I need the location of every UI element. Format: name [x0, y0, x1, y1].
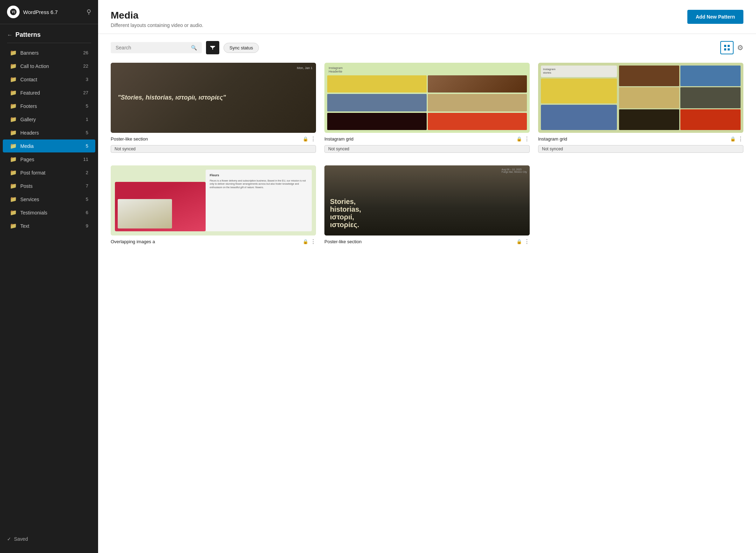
sidebar-item-testimonials[interactable]: 📁 Testimonials 6: [3, 206, 95, 219]
insta-row-3: [327, 113, 527, 130]
insta-cell-red2: [680, 109, 741, 130]
insta-cell-brown: [428, 75, 527, 93]
header-search-icon[interactable]: ⚲: [87, 8, 91, 16]
lock-icon: 🔒: [516, 239, 522, 244]
sidebar-item-pages[interactable]: 📁 Pages 11: [3, 153, 95, 166]
not-synced-badge: Not synced: [111, 145, 316, 153]
insta-row-1: [327, 75, 527, 93]
insta-right-row2: [619, 87, 741, 108]
poster2-layout: Aug 08 – 10, 2025Fuego Bar, Mexico City …: [324, 165, 530, 235]
folder-icon: 📁: [10, 156, 17, 163]
insta-cell-olive: [680, 87, 741, 108]
lock-icon: 🔒: [303, 136, 308, 142]
insta-cell-yellow-2: [541, 78, 617, 104]
folder-icon: 📁: [10, 116, 17, 123]
saved-item[interactable]: ✓ Saved: [0, 532, 98, 546]
back-arrow-icon[interactable]: ←: [7, 32, 13, 38]
insta-grid-layout: InstagramHeaderite: [324, 63, 530, 133]
pattern-name: Overlapping images a: [111, 239, 155, 244]
pattern-card-empty: [538, 165, 743, 245]
insta-cell-blue3: [680, 66, 741, 86]
sidebar-item-label: Contact: [20, 77, 37, 82]
pattern-card: InstagramHeaderite Instag: [324, 63, 530, 153]
overlap-left-image: [115, 182, 206, 231]
grid-view-button[interactable]: [720, 41, 734, 54]
overlap-description: Fleurs is a flower delivery and subscrip…: [210, 179, 308, 189]
sidebar-item-posts[interactable]: 📁 Posts 7: [3, 179, 95, 192]
sidebar-item-post-format[interactable]: 📁 Post format 2: [3, 166, 95, 179]
sidebar-item-footers[interactable]: 📁 Footers 5: [3, 100, 95, 112]
pattern-meta: Instagram grid 🔒 ⋮: [324, 136, 530, 142]
folder-icon: 📁: [10, 143, 17, 149]
pattern-meta-right: 🔒 ⋮: [516, 136, 530, 142]
more-options-icon[interactable]: ⋮: [738, 136, 743, 142]
pattern-preview-insta1[interactable]: InstagramHeaderite: [324, 63, 530, 133]
sidebar-item-label: Banners: [20, 50, 39, 56]
poster2-date: Aug 08 – 10, 2025Fuego Bar, Mexico City: [502, 168, 527, 173]
add-new-pattern-button[interactable]: Add New Pattern: [687, 10, 743, 24]
sidebar-item-label: Services: [20, 197, 39, 202]
svg-rect-1: [728, 45, 730, 47]
insta-cell-brown2: [619, 66, 679, 86]
pattern-preview-insta2[interactable]: Instagramstories: [538, 63, 743, 133]
search-icon: 🔍: [191, 45, 197, 50]
svg-rect-2: [724, 48, 726, 50]
more-options-icon[interactable]: ⋮: [524, 238, 530, 245]
folder-icon: 📁: [10, 223, 17, 229]
more-options-icon[interactable]: ⋮: [310, 238, 316, 245]
lock-icon: 🔒: [303, 239, 308, 244]
insta-header-label: InstagramHeaderite: [327, 66, 527, 74]
insta-label: Instagramstories: [541, 66, 617, 77]
insta-cell-dark: [327, 113, 427, 130]
insta-cell-gray: [327, 94, 427, 111]
wp-version-label: WordPress 6.7: [23, 9, 58, 15]
sidebar-item-contact[interactable]: 📁 Contact 3: [3, 73, 95, 86]
pattern-card: Mon, Jan 1 "Stories, historias, ιστορίι,…: [111, 63, 316, 153]
folder-icon: 📁: [10, 129, 17, 136]
sidebar-item-gallery[interactable]: 📁 Gallery 1: [3, 113, 95, 126]
insta-cell-verydark: [619, 109, 679, 130]
sidebar: WordPress 6.7 ⚲ ← Patterns 📁 Banners 26 …: [0, 0, 98, 553]
insta-right-col: [619, 66, 741, 130]
sync-status-button[interactable]: Sync status: [224, 43, 259, 53]
sidebar-item-count: 26: [83, 50, 88, 55]
sidebar-item-count: 9: [86, 223, 88, 228]
search-input[interactable]: [116, 45, 188, 50]
pattern-preview-overlap[interactable]: Fleurs Fleurs is a flower delivery and s…: [111, 165, 316, 235]
insta-cell-gold: [619, 87, 679, 108]
toolbar: 🔍 Sync status ⚙: [98, 34, 756, 59]
sidebar-item-label: Testimonials: [20, 210, 47, 216]
sidebar-item-count: 2: [86, 170, 88, 175]
pattern-preview-poster2[interactable]: Aug 08 – 10, 2025Fuego Bar, Mexico City …: [324, 165, 530, 235]
sidebar-nav: 📁 Banners 26 📁 Call to Action 22 📁 Conta…: [0, 46, 98, 233]
svg-rect-3: [728, 48, 730, 50]
poster2-text: Stories,historias,ιστοριί,ιστορίες.: [330, 198, 361, 228]
sidebar-item-headers[interactable]: 📁 Headers 5: [3, 126, 95, 139]
settings-button[interactable]: ⚙: [737, 43, 743, 52]
sidebar-item-media[interactable]: 📁 Media 5: [3, 139, 95, 152]
insta-cell-temple: [428, 94, 527, 111]
more-options-icon[interactable]: ⋮: [524, 136, 530, 142]
more-options-icon[interactable]: ⋮: [310, 136, 316, 142]
folder-icon: 📁: [10, 183, 17, 189]
pattern-meta-right: 🔒 ⋮: [303, 238, 316, 245]
sidebar-item-label: Text: [20, 223, 29, 229]
folder-icon: 📁: [10, 89, 17, 96]
filter-button[interactable]: [206, 41, 219, 54]
pattern-card: Instagramstories: [538, 63, 743, 153]
folder-icon: 📁: [10, 196, 17, 203]
page-title: Media: [111, 10, 203, 21]
lock-icon: 🔒: [516, 136, 522, 142]
sidebar-item-count: 22: [83, 63, 88, 69]
sidebar-item-text[interactable]: 📁 Text 9: [3, 219, 95, 232]
sidebar-item-call-to-action[interactable]: 📁 Call to Action 22: [3, 60, 95, 73]
checkmark-icon: ✓: [7, 536, 11, 542]
pattern-name: Instagram grid: [538, 136, 567, 142]
patterns-title: Patterns: [15, 31, 41, 39]
sidebar-item-count: 6: [86, 210, 88, 215]
sidebar-item-banners[interactable]: 📁 Banners 26: [3, 46, 95, 59]
pattern-preview-poster1[interactable]: Mon, Jan 1 "Stories, historias, ιστορίι,…: [111, 63, 316, 133]
pattern-meta-right: 🔒 ⋮: [516, 238, 530, 245]
sidebar-item-featured[interactable]: 📁 Featured 27: [3, 86, 95, 99]
sidebar-item-services[interactable]: 📁 Services 5: [3, 193, 95, 206]
